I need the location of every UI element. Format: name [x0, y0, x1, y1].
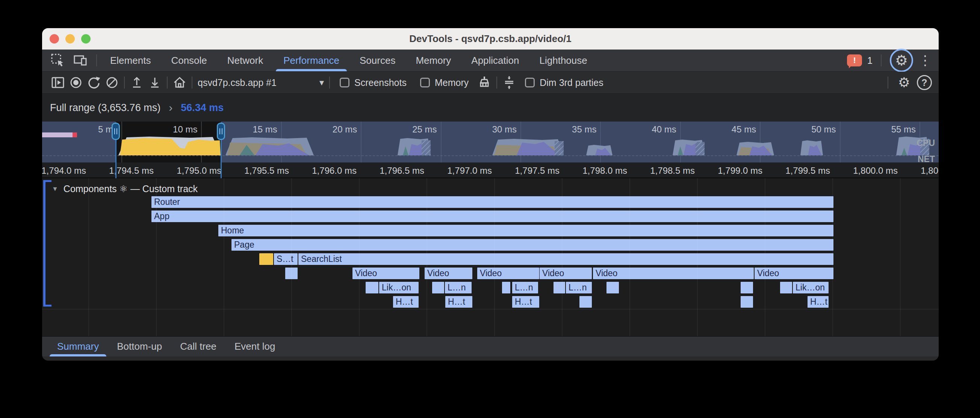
flame-bar-video[interactable]: Video — [425, 268, 473, 279]
devtools-window: DevTools - qsvd7p.csb.app/video/1 — [42, 28, 939, 361]
tab-memory[interactable]: Memory — [406, 49, 461, 71]
flame-bar-video[interactable]: Video — [352, 268, 419, 279]
settings-focus-ring[interactable]: ⚙ — [890, 49, 913, 72]
flame-bar[interactable] — [366, 282, 379, 293]
track-gridline — [224, 178, 224, 336]
flame-bar[interactable] — [606, 282, 619, 293]
track-gridline — [697, 178, 698, 336]
flame-bar-page[interactable]: Page — [231, 239, 834, 251]
tab-sources[interactable]: Sources — [350, 49, 406, 71]
separator — [96, 54, 97, 66]
dim-3rd-parties-checkbox[interactable] — [525, 78, 535, 87]
window-footer — [42, 356, 939, 361]
upload-profile-icon[interactable] — [128, 74, 146, 91]
maximize-window-button[interactable] — [81, 34, 91, 44]
device-toolbar-icon[interactable] — [71, 52, 90, 69]
flame-bar[interactable] — [741, 296, 753, 308]
selection-handle-left[interactable] — [111, 123, 120, 140]
flame-bar-ht[interactable]: H…t — [393, 296, 418, 308]
timeline-overview[interactable]: CPU NET 5 ms10 ms15 ms20 ms25 ms30 ms35 … — [42, 122, 939, 163]
dim-3rd-parties-checkbox-row[interactable]: Dim 3rd parties — [525, 77, 603, 88]
tab-network[interactable]: Network — [217, 49, 273, 71]
flame-bar-app[interactable]: App — [151, 211, 834, 222]
toggle-sidebar-icon[interactable] — [49, 74, 67, 91]
collapse-triangle-icon[interactable]: ▼ — [52, 185, 58, 193]
download-profile-icon[interactable] — [146, 74, 164, 91]
flame-bar-ln[interactable]: L…n — [445, 282, 472, 293]
flame-bar-ln[interactable]: L…n — [566, 282, 592, 293]
minimize-window-button[interactable] — [65, 34, 75, 44]
flame-bar[interactable] — [502, 282, 510, 293]
flame-bar-video[interactable]: Video — [754, 268, 834, 279]
flame-bar[interactable] — [579, 296, 592, 308]
clear-icon[interactable] — [103, 74, 121, 91]
collapse-sections-icon[interactable] — [500, 74, 518, 91]
home-icon[interactable] — [170, 74, 189, 91]
tab-application[interactable]: Application — [461, 49, 529, 71]
flame-bar-video[interactable]: Video — [539, 268, 592, 279]
tab-call-tree[interactable]: Call tree — [171, 337, 226, 356]
tab-console[interactable]: Console — [161, 49, 217, 71]
breadcrumb-selected-range[interactable]: 56.34 ms — [181, 102, 224, 114]
flame-bar[interactable] — [741, 282, 753, 293]
record-and-reload-icon[interactable] — [85, 74, 103, 91]
record-icon[interactable] — [67, 74, 85, 91]
flame-bar-likon[interactable]: Lik…on — [379, 282, 418, 293]
flame-bar[interactable] — [780, 282, 792, 293]
dim-3rd-parties-label: Dim 3rd parties — [539, 77, 603, 88]
overview-tick-label: 45 ms — [700, 124, 756, 135]
close-window-button[interactable] — [49, 34, 59, 44]
error-badge-icon[interactable]: ! — [847, 54, 862, 66]
track-gridline — [494, 178, 495, 336]
track-selection-bracket — [43, 180, 46, 307]
flame-bar-searchlist[interactable]: SearchList — [298, 253, 834, 265]
breadcrumb-chevron-icon: › — [169, 101, 172, 114]
track-gridline — [426, 178, 427, 336]
flame-bar-video[interactable]: Video — [593, 268, 754, 279]
tab-bottom-up[interactable]: Bottom-up — [108, 337, 171, 356]
overview-tick-label: 5 ms — [61, 124, 118, 135]
panel-settings-gear-icon[interactable]: ⚙ — [895, 74, 913, 91]
overview-tick-label: 30 ms — [460, 124, 517, 135]
flame-bar-video[interactable]: Video — [477, 268, 539, 279]
flame-bar-ht[interactable]: H…t — [512, 296, 539, 308]
memory-checkbox[interactable] — [420, 78, 430, 87]
track-header[interactable]: ▼ Components ⚛ — Custom track — [52, 184, 198, 194]
titlebar: DevTools - qsvd7p.csb.app/video/1 — [42, 28, 939, 49]
kebab-menu-icon[interactable]: ⋮ — [918, 54, 932, 67]
inspect-element-icon[interactable] — [48, 52, 68, 69]
flame-bar[interactable] — [259, 253, 273, 265]
flame-bar-router[interactable]: Router — [151, 196, 834, 208]
track-gridline — [88, 178, 89, 336]
memory-checkbox-row[interactable]: Memory — [420, 77, 469, 88]
tab-summary[interactable]: Summary — [48, 337, 108, 356]
separator — [496, 76, 497, 89]
ruler-label: 1,798.0 ms — [556, 165, 627, 176]
tab-event-log[interactable]: Event log — [226, 337, 284, 356]
help-icon[interactable]: ? — [917, 75, 932, 90]
screenshots-checkbox-row[interactable]: Screenshots — [340, 77, 407, 88]
flame-bar-likon[interactable]: Lik…on — [793, 282, 829, 293]
ruler-label: 1,794.0 ms — [42, 165, 86, 176]
flame-bar-st[interactable]: S…t — [274, 253, 298, 265]
tab-performance[interactable]: Performance — [273, 49, 350, 71]
selection-handle-right[interactable] — [217, 123, 225, 140]
separator — [192, 76, 192, 89]
flame-bar-ht[interactable]: H…t — [445, 296, 473, 308]
screenshots-checkbox[interactable] — [340, 78, 350, 87]
breadcrumb-full-range[interactable]: Full range (3,653.76 ms) — [50, 102, 161, 114]
overview-tick-label: 55 ms — [859, 124, 916, 135]
components-track[interactable]: ▼ Components ⚛ — Custom track RouterAppH… — [42, 178, 939, 336]
flame-bar-ht[interactable]: H…t — [808, 296, 829, 308]
window-title: DevTools - qsvd7p.csb.app/video/1 — [409, 33, 571, 45]
tab-lighthouse[interactable]: Lighthouse — [530, 49, 597, 71]
separator — [124, 76, 125, 89]
flame-bar-ln[interactable]: L…n — [512, 282, 538, 293]
tab-elements[interactable]: Elements — [100, 49, 161, 71]
flame-bar[interactable] — [432, 282, 444, 293]
flame-bar-home[interactable]: Home — [218, 225, 834, 236]
flame-bar[interactable] — [554, 282, 565, 293]
target-selector-dropdown[interactable]: qsvd7p.csb.app #1 ▾ — [198, 77, 324, 88]
gc-brush-icon[interactable] — [475, 74, 493, 91]
track-gridline — [359, 178, 360, 336]
